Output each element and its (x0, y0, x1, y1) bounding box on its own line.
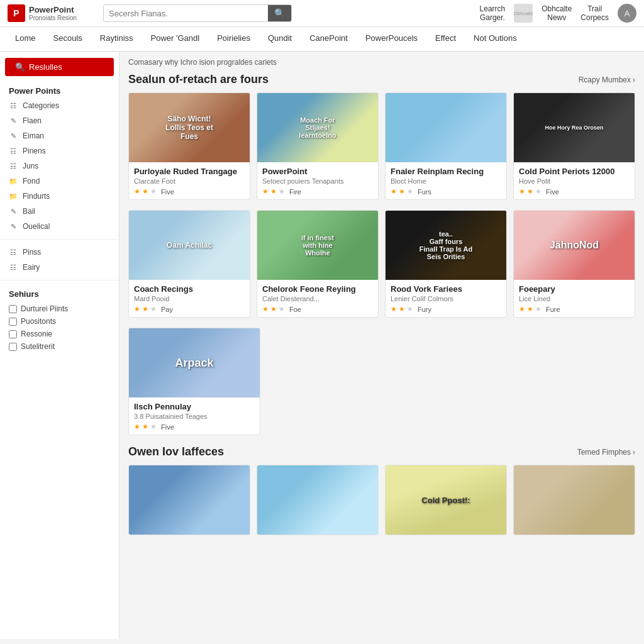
card-thumb-2 (386, 93, 506, 162)
sidebar-item-juns[interactable]: ☷ Juns (0, 158, 119, 174)
chevron-right-icon: › (633, 75, 635, 84)
top-header: P PowerPoint Pronoiats Resion 🔍 Learrch … (0, 0, 644, 27)
bottom-card-2[interactable]: Cold Ppost!: (385, 465, 507, 535)
header-link-2[interactable]: Obhcalte Newv (541, 4, 572, 22)
edit-icon-3: ✎ (9, 207, 18, 216)
nav-item-powerpoucels[interactable]: PowerPoucels (358, 27, 425, 51)
bottom-thumb-2: Cold Ppost!: (386, 465, 506, 535)
folder-icon: 📁 (9, 177, 18, 186)
thumb-overlay-7: JähnoNod (550, 240, 599, 251)
card-stars-6: ★★★ Fury (391, 305, 501, 313)
card-thumb-1: Moach For Stljaes! learntoelno (257, 93, 378, 162)
nav-item-effect[interactable]: Effect (428, 27, 464, 51)
filter-durturei[interactable]: Durturei Piints (9, 303, 110, 315)
section1-header: Sealun of-retach are fours Rcapy Mumbex … (128, 73, 635, 86)
card-0[interactable]: Säho Wicnt! Lollïs Teos et Fues Purloyal… (128, 92, 250, 200)
card-sub-3: Hove Polit (519, 177, 630, 185)
card-stars-3: ★★★ Five (519, 187, 630, 196)
filter-sutelitrerit[interactable]: Sutelitrerit (9, 340, 110, 353)
nav-item-poirielies[interactable]: Poirielies (209, 27, 258, 51)
card-6[interactable]: tea.. Gaff fours Finall Trap Is Ad Seis … (385, 210, 507, 318)
filter-puositonts-checkbox[interactable] (9, 318, 17, 326)
main-layout: 🔍 Reslulles Power Points ☷ Categories ✎ … (0, 52, 644, 639)
card-stars-4: ★★★ Pay (134, 305, 245, 313)
bottom-card-0[interactable] (128, 465, 250, 535)
card-1[interactable]: Moach For Stljaes! learntoelno PowerPoin… (257, 92, 379, 200)
filter-ressonie-checkbox[interactable] (9, 330, 17, 338)
card-body-2: Fnaler Reinplam Recing Bloct Home ★★★ Fu… (386, 162, 506, 199)
nav-item-secouls[interactable]: Secouls (46, 27, 90, 51)
card-thumb-5: if in finest with hine Wholhe (257, 211, 378, 280)
edit-icon: ✎ (9, 116, 18, 125)
filter-sutelitrerit-checkbox[interactable] (9, 343, 17, 351)
header-thumb-1: Obhcalte (514, 4, 533, 23)
sidebar-search-button[interactable]: 🔍 Reslulles (5, 58, 114, 76)
sidebar-item-findurts[interactable]: 📁 Findurts (0, 189, 119, 204)
card-stars-2: ★★★ Furs (391, 187, 501, 196)
bottom-card-1[interactable] (257, 465, 379, 535)
search-input[interactable] (104, 6, 268, 21)
sidebar-item-eiman[interactable]: ✎ Eiman (0, 128, 119, 143)
nav-item-power[interactable]: Power 'Gandl (143, 27, 208, 51)
sidebar-item-pinens[interactable]: ☷ Pinens (0, 143, 119, 158)
card-thumb-0: Säho Wicnt! Lollïs Teos et Fues (129, 93, 250, 162)
breadcrumb: Comasary why Ichro ision prograldes cari… (128, 58, 635, 67)
card-4[interactable]: Oam Achilac Coach Recings Mard Pooid ★★★… (128, 210, 250, 318)
sidebar-item-flaen[interactable]: ✎ Flaen (0, 113, 119, 128)
sidebar-item-bail[interactable]: ✎ Bail (0, 204, 119, 219)
nav-item-not-outions[interactable]: Not Outions (466, 27, 525, 51)
card-5[interactable]: if in finest with hine Wholhe Chelorok F… (257, 210, 379, 318)
card-7[interactable]: JähnoNod Foeepary Lice Lined ★★★ Fure (513, 210, 635, 318)
card-stars-0: ★★★ Five (134, 187, 245, 196)
bottom-thumb-overlay-2: Cold Ppost!: (421, 496, 470, 505)
sidebar-filters: Sehiurs Durturei Piints Puositonts Resso… (0, 286, 119, 357)
sidebar-item-pinss[interactable]: ☷ Pinss (0, 245, 119, 260)
card-sub-2: Bloct Home (391, 177, 501, 185)
card-stars-7: ★★★ Fure (519, 305, 630, 313)
card-sub-7: Lice Lined (519, 295, 630, 303)
nav-bar: Lome Secouls Raytiniss Power 'Gandl Poir… (0, 27, 644, 52)
thumb-overlay-single: Arpack (175, 357, 213, 370)
section4-header: Owen Iov laffeces Temed Fimphes › (128, 445, 635, 458)
header-link-1[interactable]: Learrch Garger. (480, 4, 506, 22)
search-bar[interactable]: 🔍 (103, 4, 292, 22)
card-body-single: Ilsch Pennulay 3.8 Puisatainied Teages ★… (129, 397, 260, 435)
section1-more[interactable]: Rcapy Mumbex › (579, 75, 635, 84)
bottom-card-3[interactable] (513, 465, 635, 535)
filter-puositonts[interactable]: Puositonts (9, 315, 110, 328)
search-icon: 🔍 (15, 62, 25, 72)
powerpoint-logo-icon: P (8, 4, 25, 22)
grid-icon-4: ☷ (9, 248, 18, 257)
edit-icon-4: ✎ (9, 222, 18, 231)
sidebar-item-eairy[interactable]: ☷ Eairy (0, 260, 119, 275)
nav-item-home[interactable]: Lome (8, 27, 43, 51)
card-3[interactable]: Hoe Hory Rea Orosen Cold Point Periots 1… (513, 92, 635, 200)
section3-row: Arpack Ilsch Pennulay 3.8 Puisatainied T… (128, 328, 260, 435)
edit-icon-2: ✎ (9, 131, 18, 140)
nav-item-canepoint[interactable]: CanePoint (302, 27, 355, 51)
thumb-overlay-1: Moach For Stljaes! learntoelno (287, 116, 348, 139)
cards-grid-1: Säho Wicnt! Lollïs Teos et Fues Purloyal… (128, 92, 635, 200)
avatar[interactable]: A (618, 4, 636, 23)
section4-cards: Cold Ppost!: (128, 465, 635, 535)
card-sub-1: Seloect pouiers Tenapants (262, 177, 373, 185)
section4-more[interactable]: Temed Fimphes › (577, 448, 635, 457)
filter-ressonie[interactable]: Ressonie (9, 328, 110, 340)
filter-durturei-checkbox[interactable] (9, 305, 17, 313)
sidebar-item-ouelical[interactable]: ✎ Ouelical (0, 219, 119, 234)
card-single[interactable]: Arpack Ilsch Pennulay 3.8 Puisatainied T… (128, 328, 260, 435)
card-title-7: Foeepary (519, 284, 630, 294)
header-link-3[interactable]: Trail Corpecs (580, 4, 609, 22)
card-2[interactable]: Fnaler Reinplam Recing Bloct Home ★★★ Fu… (385, 92, 507, 200)
nav-item-qundit[interactable]: Qundit (260, 27, 299, 51)
card-body-7: Foeepary Lice Lined ★★★ Fure (514, 280, 635, 317)
card-sub-single: 3.8 Puisatainied Teages (134, 413, 255, 420)
nav-item-raytiniss[interactable]: Raytiniss (92, 27, 141, 51)
search-button[interactable]: 🔍 (268, 5, 291, 21)
card-body-6: Rood Vork Fariees Lenier Colif Colmors ★… (386, 280, 506, 317)
header-right: Learrch Garger. Obhcalte Obhcalte Newv T… (480, 4, 636, 23)
card-body-5: Chelorok Feone Reyiing Calet Diesterand.… (257, 280, 378, 317)
sidebar-item-fond[interactable]: 📁 Fond (0, 174, 119, 189)
card-body-1: PowerPoint Seloect pouiers Tenapants ★★★… (257, 162, 378, 199)
sidebar-item-categories[interactable]: ☷ Categories (0, 98, 119, 113)
